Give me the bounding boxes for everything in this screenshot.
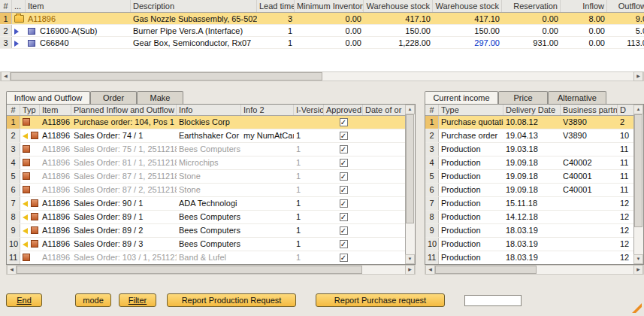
planned-cell: Sales Order: 87 / 1, 2511218 [71,170,177,183]
tab-price[interactable]: Price [498,91,548,104]
current-income-row[interactable]: 8 Production 14.12.18 12 [425,211,643,224]
current-income-row[interactable]: 6 Production 19.09.18 C40001 11 [425,184,643,197]
approved-checkbox[interactable]: ✓ [340,240,348,248]
type-cell [20,129,40,142]
approved-checkbox[interactable]: ✓ [340,172,348,181]
scroll-left-icon: ◀ [426,266,434,274]
scroll-down-button[interactable]: ▼ [633,254,643,264]
footer-input[interactable] [464,295,522,306]
check-icon: ✓ [340,241,347,248]
approved-checkbox[interactable]: ✓ [340,254,348,262]
current-income-row[interactable]: 1 Purchase quotatio 10.08.12 V3890 2 [425,116,643,129]
tab-make[interactable]: Make [137,91,183,104]
item-row[interactable]: 3 C66840 Gear Box, Semiconductor, Rx07 1… [0,37,644,49]
type-cell: Purchase quotatio [439,116,503,129]
tab-order[interactable]: Order [90,91,137,104]
row-number: 3 [0,37,12,48]
scroll-left-button[interactable]: ◀ [425,265,435,275]
current-income-row[interactable]: 10 Production 18.03.19 12 [425,238,643,251]
report-purchase-request-button[interactable]: Report Purchase request [316,293,445,307]
resize-grip-icon[interactable] [631,302,642,313]
check-icon: ✓ [340,227,347,234]
reservation-cell: 0.00 [502,13,561,24]
current-income-hscrollbar[interactable]: ◀ ▶ [425,265,644,275]
inflow-outflow-row[interactable]: 6 A11896 Sales Order: 87 / 2, 2511218 St… [7,184,415,197]
inflow-outflow-header: # Typ Item Planned Inflow and Outflow In… [7,105,415,116]
end-button[interactable]: End [6,293,42,307]
warehouse-stock-cell-1: 417.10 [364,13,433,24]
approved-checkbox[interactable]: ✓ [340,226,348,235]
current-income-row[interactable]: 9 Production 18.03.19 12 [425,224,643,238]
scroll-left-button[interactable]: ◀ [1,71,11,81]
scroll-left-button[interactable]: ◀ [7,265,17,275]
current-income-row[interactable]: 2 Purchase order 19.04.13 V3890 10 [425,129,643,143]
inflow-outflow-hscrollbar[interactable]: ◀ ▶ [6,265,416,275]
tab-alternative[interactable]: Alternative [548,91,606,104]
scroll-up-button[interactable]: ▲ [633,105,643,114]
row-number: 3 [7,143,20,156]
scroll-up-button[interactable]: ▲ [405,105,415,114]
row-number: 1 [7,116,20,129]
inflow-outflow-row[interactable]: 11 A11896 Sales Order: 103 / 1, 2511218 … [7,251,415,265]
col-approved: Approved [324,105,363,115]
filter-button[interactable]: Filter [119,293,156,307]
approved-checkbox[interactable]: ✓ [340,132,348,140]
inflow-outflow-vscrollbar[interactable]: ▲ ▼ [405,105,415,264]
current-income-row[interactable]: 4 Production 19.09.18 C40002 11 [425,156,643,170]
d-cell: 12 [618,197,635,210]
tab-inflow-and-outflow[interactable]: Inflow and Outflow [6,91,90,104]
inflow-outflow-row[interactable]: 4 A11896 Sales Order: 81 / 1, 2511218 Mi… [7,156,415,170]
current-income-row[interactable]: 11 Production 18.03.19 12 [425,251,643,265]
scrollbar-thumb[interactable] [17,266,362,274]
inflow-outflow-row[interactable]: 7 A11896 Sales Order: 90 / 1 ADA Technol… [7,197,415,211]
date-of-order-cell [363,143,407,156]
type-cell: Purchase order [439,129,503,142]
item-cell: A11896 [26,13,131,24]
scrollbar-thumb[interactable] [11,72,322,81]
current-income-row[interactable]: 3 Production 19.03.18 11 [425,143,643,156]
col-item: Item [40,105,71,115]
warehouse-stock-cell-1: 150.00 [364,25,433,36]
row-number: 10 [425,238,439,251]
approved-checkbox[interactable]: ✓ [340,145,348,153]
approved-checkbox[interactable]: ✓ [340,199,348,208]
current-income-row[interactable]: 7 Production 15.11.18 12 [425,197,643,211]
inflow-outflow-row[interactable]: 5 A11896 Sales Order: 87 / 1, 2511218 St… [7,170,415,184]
item-row[interactable]: 2 C16900-A(Sub) Burner Pipe Vers.A (Inte… [0,25,644,37]
description-cell: Gas Nozzle Subassembly, 65-50254 [131,13,257,24]
warehouse-stock-cell-2[interactable]: 150.00 [433,25,502,36]
warehouse-stock-cell-2[interactable]: 297.00 [433,37,502,48]
approved-checkbox[interactable]: ✓ [340,186,348,194]
row-number: 2 [425,129,439,142]
scrollbar-thumb[interactable] [634,114,642,227]
outflow-arrow-icon [23,201,28,207]
inflow-outflow-row[interactable]: 2 A11896 Sales Order: 74 / 1 Earthshaker… [7,129,415,143]
scroll-down-button[interactable]: ▼ [405,254,415,264]
inflow-outflow-row[interactable]: 3 A11896 Sales Order: 75 / 1, 2511218 Be… [7,143,415,156]
approved-checkbox[interactable]: ✓ [340,159,348,167]
scrollbar-thumb[interactable] [406,114,414,223]
iversion-cell: 1 [294,143,324,156]
scroll-right-button[interactable]: ▶ [405,265,415,275]
tab-current-income[interactable]: Current income [425,91,498,104]
warehouse-stock-cell-2[interactable]: 417.10 [433,13,502,24]
mode-button[interactable]: mode [75,293,111,307]
scroll-right-button[interactable]: ▶ [633,265,643,275]
inflow-outflow-row[interactable]: 10 A11896 Sales Order: 89 / 3 Bees Compu… [7,238,415,251]
inflow-outflow-row[interactable]: 1 A11896 Purchase order: 104, Pos 1 Bloc… [7,116,415,129]
inflow-outflow-row[interactable]: 9 A11896 Sales Order: 89 / 2 Bees Comput… [7,224,415,238]
report-production-request-button[interactable]: Report Production Request [167,293,296,307]
scroll-right-button[interactable]: ▶ [633,71,643,81]
lead-time-cell: 1 [257,25,295,36]
item-cell: C16900-A(Sub) [26,25,131,36]
current-income-vscrollbar[interactable]: ▲ ▼ [633,105,643,264]
item-cell: A11896 [40,238,71,251]
current-income-row[interactable]: 5 Production 19.09.18 C40001 11 [425,170,643,184]
approved-checkbox[interactable]: ✓ [340,213,348,221]
item-row[interactable]: 1 A11896 Gas Nozzle Subassembly, 65-5025… [0,13,644,25]
scrollbar-thumb[interactable] [435,266,537,274]
approved-checkbox[interactable]: ✓ [340,118,348,126]
items-table-hscrollbar[interactable]: ◀ ▶ [0,71,644,81]
inflow-outflow-row[interactable]: 8 A11896 Sales Order: 89 / 1 Bees Comput… [7,211,415,224]
scroll-right-icon: ▶ [634,72,642,81]
